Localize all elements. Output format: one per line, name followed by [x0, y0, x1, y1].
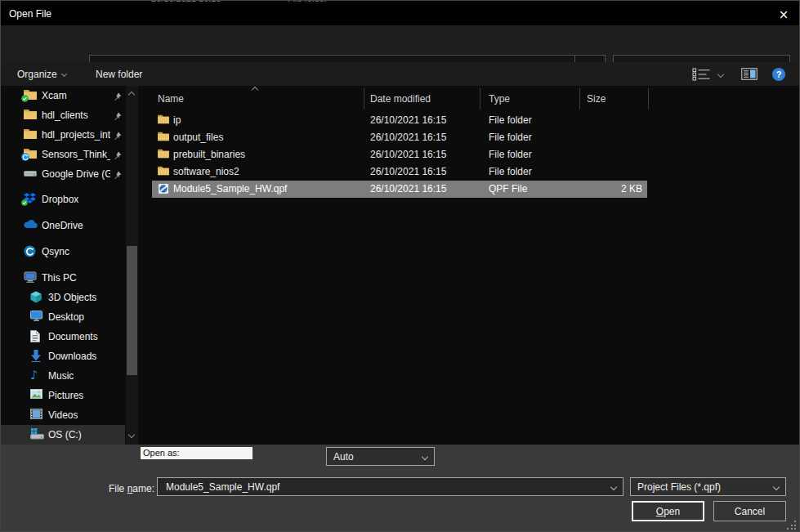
folder-icon	[158, 114, 169, 127]
open-file-dialog: 26/10/2021 16:15 File folder Open File ×…	[0, 0, 800, 532]
sidebar-item-sensors-think[interactable]: Sensors_Think_(	[1, 145, 125, 164]
file-name-input[interactable]	[164, 481, 611, 494]
desktop-icon	[30, 311, 44, 324]
resize-grip[interactable]	[787, 521, 797, 530]
pin-icon	[114, 170, 122, 181]
folder-check-icon	[24, 89, 38, 102]
title-bar: Open File ×	[1, 4, 799, 25]
scroll-up-icon[interactable]	[128, 92, 135, 98]
column-header-date[interactable]: Date modified	[370, 93, 431, 105]
command-toolbar: Organize New folder ?	[1, 62, 799, 86]
file-name-field	[157, 477, 623, 496]
file-row[interactable]: output_files 26/10/2021 16:15 File folde…	[152, 129, 647, 146]
file-row[interactable]: prebuilt_binaries 26/10/2021 16:15 File …	[152, 146, 647, 163]
sidebar-item-google-drive[interactable]: Google Drive (G	[1, 164, 125, 184]
pin-icon	[114, 111, 122, 123]
file-list: Name Date modified Type Size ip 26/10/20…	[148, 86, 799, 445]
sidebar-item-qsync[interactable]: Qsync	[1, 242, 125, 262]
picture-icon	[30, 389, 44, 402]
open-as-label: Open as:	[141, 447, 253, 459]
folder-sync-icon	[24, 148, 38, 161]
download-arrow-icon	[30, 350, 44, 363]
folder-icon	[158, 132, 169, 144]
film-icon	[30, 409, 44, 422]
views-button[interactable]	[692, 62, 712, 86]
scrollbar-thumb[interactable]	[127, 246, 137, 375]
sidebar-scrollbar[interactable]	[126, 86, 138, 445]
pin-icon	[114, 92, 122, 103]
sidebar-item-pictures[interactable]: Pictures	[1, 386, 125, 405]
background-fragment: File folder	[288, 1, 327, 3]
pin-icon	[114, 131, 122, 142]
sidebar-item-videos[interactable]: Videos	[1, 405, 125, 425]
folder-icon	[158, 149, 169, 161]
background-fragment: 26/10/2021 16:15	[151, 1, 221, 3]
chevron-down-icon	[422, 453, 428, 459]
sidebar-item-hdl-projects[interactable]: hdl_projects_int	[1, 125, 125, 145]
sidebar-item-3d-objects[interactable]: 3D Objects	[1, 288, 125, 307]
cancel-button[interactable]: Cancel	[713, 501, 786, 521]
sidebar-item-os-c[interactable]: OS (C:)	[1, 425, 125, 445]
organize-button[interactable]: Organize	[14, 62, 69, 86]
help-icon: ?	[772, 68, 785, 81]
preview-pane-button[interactable]	[741, 62, 758, 86]
list-header: Name Date modified Type Size	[148, 88, 799, 110]
chevron-down-icon[interactable]	[610, 483, 617, 490]
open-button[interactable]: Open	[632, 501, 704, 521]
close-icon: ×	[779, 7, 789, 22]
column-header-name[interactable]: Name	[158, 93, 184, 105]
drive-icon	[24, 168, 38, 181]
views-dropdown-button[interactable]	[718, 62, 723, 86]
dialog-footer: Open as: Auto File name: Project Files (…	[1, 445, 799, 532]
help-button[interactable]: ?	[772, 62, 785, 86]
computer-icon	[24, 271, 38, 284]
music-note-icon: ♪	[30, 369, 44, 382]
sidebar-item-this-pc[interactable]: This PC	[1, 268, 125, 288]
pin-icon	[114, 150, 122, 162]
file-row[interactable]: software_nios2 26/10/2021 16:15 File fol…	[152, 163, 647, 181]
sort-ascending-icon	[252, 87, 258, 93]
os-drive-icon	[30, 428, 44, 441]
column-header-type[interactable]: Type	[489, 93, 510, 105]
sidebar-item-documents[interactable]: Documents	[1, 327, 125, 346]
sidebar-item-dropbox[interactable]: Dropbox	[1, 190, 125, 209]
chevron-down-icon	[773, 483, 780, 490]
onedrive-cloud-icon	[24, 219, 38, 232]
sidebar-item-desktop[interactable]: Desktop	[1, 307, 125, 327]
navigation-pane: Xcam hdl_clients hdl_projects_int Sensor…	[1, 86, 140, 445]
sidebar-item-onedrive[interactable]: OneDrive	[1, 216, 125, 235]
cube-icon	[30, 291, 44, 304]
sidebar-item-hdl-clients[interactable]: hdl_clients	[1, 105, 125, 125]
folder-icon	[24, 109, 38, 122]
sidebar-item-downloads[interactable]: Downloads	[1, 346, 125, 366]
file-size: 2 KB	[621, 183, 642, 194]
content-area: Xcam hdl_clients hdl_projects_int Sensor…	[1, 86, 799, 445]
new-folder-button[interactable]: New folder	[92, 62, 145, 86]
sidebar-item-music[interactable]: ♪ Music	[1, 366, 125, 386]
close-button[interactable]: ×	[770, 4, 798, 25]
qpf-file-icon	[158, 183, 169, 197]
document-icon	[30, 330, 44, 343]
navigation-bar: ← → ↑ « sensor-aggregation-reference-des…	[1, 25, 799, 62]
organize-label: Organize	[17, 69, 57, 80]
open-as-select[interactable]: Auto	[326, 447, 435, 466]
folder-icon	[158, 166, 169, 178]
new-folder-label: New folder	[96, 69, 142, 80]
qsync-icon	[24, 245, 38, 258]
sidebar-item-xcam[interactable]: Xcam	[1, 86, 125, 105]
column-header-size[interactable]: Size	[587, 93, 606, 105]
chevron-down-icon	[61, 71, 67, 77]
file-row-selected[interactable]: Module5_Sample_HW.qpf 26/10/2021 16:15 Q…	[152, 181, 647, 198]
window-title: Open File	[9, 8, 51, 20]
file-row[interactable]: ip 26/10/2021 16:15 File folder	[152, 112, 647, 129]
scroll-down-icon[interactable]	[128, 431, 135, 438]
folder-icon	[24, 128, 38, 141]
chevron-down-icon	[717, 70, 724, 77]
file-name-label: File name:	[83, 483, 154, 494]
preview-pane-icon	[741, 68, 758, 80]
file-type-select[interactable]: Project Files (*.qpf)	[630, 477, 786, 496]
dropbox-icon	[24, 193, 38, 206]
details-view-icon	[692, 68, 712, 81]
